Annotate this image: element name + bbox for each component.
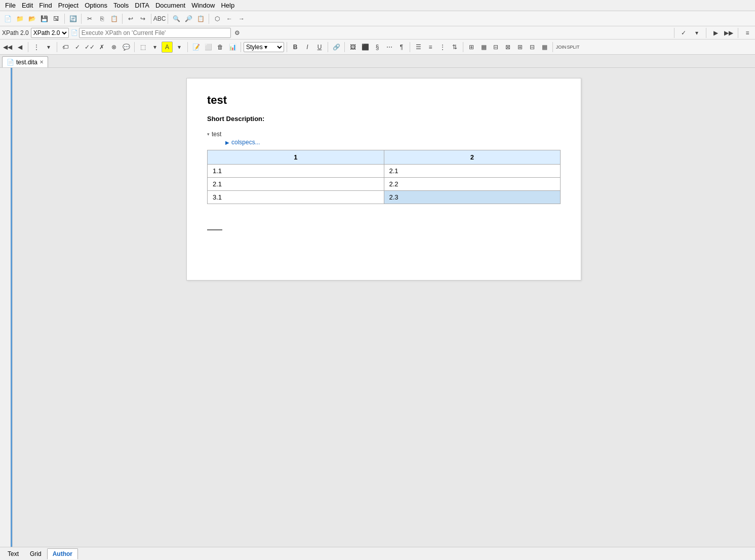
document-tab[interactable]: 📄 test.dita ✕ <box>2 56 48 67</box>
xpath-execute-button[interactable]: ⚙ <box>232 27 243 38</box>
tab-close-button[interactable]: ✕ <box>39 59 44 65</box>
insert-comment-button[interactable]: 📝 <box>190 42 202 53</box>
refresh-button[interactable]: 🔄 <box>67 13 78 24</box>
image-button[interactable]: 🖼 <box>347 42 359 53</box>
track-changes-button[interactable]: 📊 <box>227 42 238 53</box>
prev-edit-btn2[interactable]: ◀ <box>14 42 25 53</box>
more-button[interactable]: ⋯ <box>384 42 395 53</box>
new-button[interactable]: 📄 <box>2 13 13 24</box>
underline-button[interactable]: U <box>314 42 325 53</box>
paste-button[interactable]: 📋 <box>108 13 120 24</box>
pilcrow-button[interactable]: ¶ <box>396 42 407 53</box>
tree-expand-icon[interactable]: ▶ <box>225 140 229 145</box>
section-button[interactable]: § <box>372 42 383 53</box>
format-indent-button[interactable]: ≡ <box>742 27 753 38</box>
open-url-button[interactable]: 📂 <box>26 13 37 24</box>
save-button[interactable]: 💾 <box>38 13 50 24</box>
find-replace-button[interactable]: 🔎 <box>183 13 194 24</box>
accept-all-button[interactable]: ✓✓ <box>84 42 95 53</box>
filter-button[interactable]: ⋮ <box>31 42 42 53</box>
tags-display-dropdown[interactable]: ▾ <box>149 42 161 53</box>
sort-button[interactable]: ⇅ <box>449 42 460 53</box>
styles-select[interactable]: Styles ▾ <box>244 42 284 52</box>
bottom-tab-bar: Text Grid Author <box>0 547 755 560</box>
reject-all-button[interactable]: ⊗ <box>108 42 120 53</box>
table-cell-2-1[interactable]: 2.1 <box>208 178 384 191</box>
undo-button[interactable]: ↩ <box>125 13 136 24</box>
prev-edit-button[interactable]: ◀◀ <box>2 42 13 53</box>
tree-colspecs-node[interactable]: ▶ colspecs... <box>225 139 561 146</box>
join-button[interactable]: JOIN <box>555 42 567 53</box>
open-find-button[interactable]: 📋 <box>195 13 206 24</box>
table-more-button[interactable]: ▦ <box>539 42 550 53</box>
table-cell-2-2[interactable]: 2.2 <box>384 178 561 191</box>
short-description-label: Short Description: <box>207 115 561 123</box>
tags-button[interactable]: 🏷 <box>60 42 71 53</box>
forward-button[interactable]: → <box>236 13 247 24</box>
filter-dropdown[interactable]: ▾ <box>43 42 54 53</box>
apply-xsl-button[interactable]: ▶ <box>710 27 721 38</box>
delete-row-button[interactable]: ⊠ <box>502 42 513 53</box>
menu-document[interactable]: Document <box>152 1 188 10</box>
validate-dropdown[interactable]: ▾ <box>691 27 702 38</box>
cut-button[interactable]: ✂ <box>84 13 95 24</box>
table-props-button[interactable]: ▦ <box>478 42 489 53</box>
delete-button[interactable]: 🗑 <box>215 42 226 53</box>
validate-button[interactable]: ✓ <box>678 27 689 38</box>
xpath-version-select[interactable]: XPath 2.0 XPath 1.0 <box>31 28 69 38</box>
insert-table-button[interactable]: ⊞ <box>466 42 477 53</box>
table-row[interactable]: 3.1 2.3 <box>208 191 561 204</box>
tab-grid[interactable]: Grid <box>24 548 47 559</box>
menu-file[interactable]: File <box>2 1 19 10</box>
accept-button[interactable]: ✓ <box>72 42 83 53</box>
link-button[interactable]: 🔗 <box>331 42 342 53</box>
spellcheck-button[interactable]: ABC <box>154 13 165 24</box>
save-as-button[interactable]: 🖫 <box>51 13 62 24</box>
insert-block-button[interactable]: ⬜ <box>203 42 214 53</box>
editor-area[interactable]: test Short Description: ▾ test ▶ colspec… <box>13 68 755 547</box>
ordered-list-button[interactable]: ⋮ <box>437 42 448 53</box>
insert-row-button[interactable]: ⊟ <box>490 42 501 53</box>
dita-start-button[interactable]: ⬡ <box>212 13 223 24</box>
table-row[interactable]: 1.1 2.1 <box>208 165 561 178</box>
tree-collapse-icon[interactable]: ▾ <box>207 132 210 137</box>
apply-xsl2-button[interactable]: ▶▶ <box>723 27 734 38</box>
tags-display-button[interactable]: ⬚ <box>137 42 148 53</box>
xpath-input[interactable] <box>79 28 231 38</box>
back-button[interactable]: ← <box>224 13 235 24</box>
menu-tools[interactable]: Tools <box>110 1 132 10</box>
image2-button[interactable]: ⬛ <box>360 42 371 53</box>
bold-button[interactable]: B <box>290 42 301 53</box>
open-button[interactable]: 📁 <box>14 13 25 24</box>
copy-button[interactable]: ⎘ <box>96 13 107 24</box>
document-page: test Short Description: ▾ test ▶ colspec… <box>186 78 581 281</box>
table-cell-3-1[interactable]: 3.1 <box>208 191 384 204</box>
menu-find[interactable]: Find <box>36 1 55 10</box>
insert-col-button[interactable]: ⊞ <box>514 42 526 53</box>
menu-help[interactable]: Help <box>218 1 237 10</box>
tab-icon: 📄 <box>7 59 14 66</box>
tab-author[interactable]: Author <box>47 548 78 559</box>
split-button[interactable]: SPLIT <box>568 42 579 53</box>
menu-options[interactable]: Options <box>82 1 110 10</box>
menu-edit[interactable]: Edit <box>19 1 36 10</box>
find-button[interactable]: 🔍 <box>171 13 182 24</box>
redo-button[interactable]: ↪ <box>137 13 148 24</box>
left-bar <box>11 68 12 547</box>
comment-button[interactable]: 💬 <box>121 42 132 53</box>
highlight-dropdown[interactable]: ▾ <box>174 42 185 53</box>
menu-window[interactable]: Window <box>188 1 218 10</box>
tab-text[interactable]: Text <box>2 548 24 559</box>
delete-col-button[interactable]: ⊟ <box>527 42 538 53</box>
reject-button[interactable]: ✗ <box>96 42 107 53</box>
menu-project[interactable]: Project <box>55 1 82 10</box>
table-cell-1-2[interactable]: 2.1 <box>384 165 561 178</box>
list-props-button[interactable]: ☰ <box>413 42 424 53</box>
unordered-list-button[interactable]: ≡ <box>425 42 436 53</box>
table-cell-1-1[interactable]: 1.1 <box>208 165 384 178</box>
italic-button[interactable]: I <box>302 42 313 53</box>
menu-dita[interactable]: DITA <box>132 1 152 10</box>
table-row[interactable]: 2.1 2.2 <box>208 178 561 191</box>
table-cell-3-2[interactable]: 2.3 <box>384 191 561 204</box>
highlight-button[interactable]: A <box>162 42 173 53</box>
